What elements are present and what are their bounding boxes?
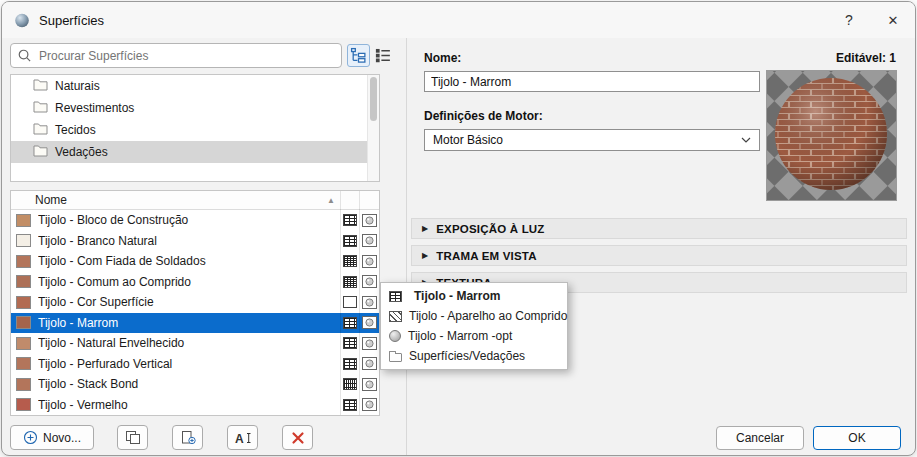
search-input[interactable] <box>10 43 342 68</box>
delete-x-icon <box>291 431 305 445</box>
table-header[interactable]: Nome ▲ <box>11 191 379 210</box>
tooltip-item: Superfícies/Vedações <box>381 346 567 366</box>
folder-icon <box>33 100 48 116</box>
tooltip-label: Tijolo - Marrom -opt <box>408 329 512 343</box>
fill-pattern-icon[interactable] <box>343 358 357 370</box>
surface-name: Tijolo - Comum ao Comprido <box>38 275 343 289</box>
cancel-button[interactable]: Cancelar <box>716 426 804 450</box>
svg-text:A: A <box>235 431 244 445</box>
surface-row[interactable]: Tijolo - Cor Superfície <box>11 292 379 313</box>
new-button[interactable]: Novo... <box>10 425 94 450</box>
engine-select[interactable]: Motor Básico <box>424 129 760 151</box>
render-preview-icon[interactable] <box>362 255 377 268</box>
titlebar: Superfícies ? ✕ <box>2 2 915 38</box>
help-button[interactable]: ? <box>827 2 871 38</box>
folder-label: Revestimentos <box>55 101 134 115</box>
surface-row[interactable]: Tijolo - Natural Envelhecido <box>11 333 379 354</box>
close-button[interactable]: ✕ <box>871 2 915 38</box>
render-preview-icon[interactable] <box>362 234 377 247</box>
surface-row[interactable]: Tijolo - Branco Natural <box>11 231 379 252</box>
sheet-plus-icon <box>180 430 196 445</box>
folder-item[interactable]: Naturais <box>11 75 379 97</box>
surface-name-input[interactable] <box>424 71 760 92</box>
section-header[interactable]: ▶ EXPOSIÇÃO À LUZ <box>411 218 907 239</box>
fill-pattern-icon[interactable] <box>343 255 357 267</box>
surface-row[interactable]: Tijolo - Perfurado Vertical <box>11 354 379 375</box>
collapsed-triangle-icon: ▶ <box>422 251 428 260</box>
folder-icon <box>33 122 48 138</box>
surface-color-swatch <box>16 337 31 350</box>
new-from-selection-button[interactable] <box>172 425 203 450</box>
chevron-down-icon <box>741 137 751 143</box>
surface-row[interactable]: Tijolo - Bloco de Construção <box>11 210 379 231</box>
window-title: Superfícies <box>39 13 104 28</box>
folder-tree: Naturais Revestimentos Tecidos <box>10 74 380 182</box>
folder-item[interactable]: Vedações <box>11 141 379 163</box>
name-column-header[interactable]: Nome <box>35 193 67 207</box>
surfaces-app-icon <box>14 12 30 28</box>
column-separator <box>340 191 341 415</box>
render-preview-icon[interactable] <box>362 275 377 288</box>
surface-name: Tijolo - Marrom <box>38 316 343 330</box>
surface-color-swatch <box>16 234 31 247</box>
surface-color-swatch <box>16 255 31 268</box>
render-preview-icon[interactable] <box>362 378 377 391</box>
folder-icon <box>33 78 48 94</box>
surface-row[interactable]: Tijolo - Com Fiada de Soldados <box>11 251 379 272</box>
collapsed-triangle-icon: ▶ <box>422 224 428 233</box>
material-preview <box>766 70 897 201</box>
surface-name: Tijolo - Bloco de Construção <box>38 213 343 227</box>
tooltip-label: Tijolo - Aparelho ao Comprido <box>409 309 567 323</box>
tree-scrollbar[interactable] <box>367 75 379 181</box>
render-preview-icon[interactable] <box>362 214 377 227</box>
fill-pattern-icon[interactable] <box>343 317 357 329</box>
folder-label: Naturais <box>55 79 100 93</box>
fill-pattern-icon[interactable] <box>343 276 357 288</box>
search-box <box>10 43 342 68</box>
fill-pattern-icon[interactable] <box>343 235 357 247</box>
render-preview-icon[interactable] <box>362 296 377 309</box>
tree-view-button[interactable] <box>347 44 370 67</box>
surface-color-swatch <box>16 316 31 329</box>
engine-value: Motor Básico <box>433 133 503 147</box>
ok-button[interactable]: OK <box>813 426 901 450</box>
tooltip-icon <box>389 330 401 342</box>
surface-name: Tijolo - Com Fiada de Soldados <box>38 254 343 268</box>
fill-pattern-icon[interactable] <box>343 378 357 390</box>
tooltip-item: Tijolo - Marrom <box>381 286 567 306</box>
surface-row[interactable]: Tijolo - Comum ao Comprido <box>11 272 379 293</box>
render-preview-icon[interactable] <box>362 316 377 329</box>
render-preview-icon[interactable] <box>362 357 377 370</box>
delete-button[interactable] <box>282 425 313 450</box>
fill-pattern-icon[interactable] <box>343 214 357 226</box>
rename-button[interactable]: A <box>227 425 258 450</box>
fill-pattern-icon[interactable] <box>343 399 357 411</box>
surface-color-swatch <box>16 357 31 370</box>
folder-item[interactable]: Tecidos <box>11 119 379 141</box>
render-preview-icon[interactable] <box>362 398 377 411</box>
surface-toolbar: Novo... A <box>2 425 406 451</box>
fill-pattern-icon[interactable] <box>343 337 357 349</box>
scrollbar-thumb[interactable] <box>370 77 377 121</box>
surface-row[interactable]: Tijolo - Stack Bond <box>11 374 379 395</box>
folder-item[interactable]: Revestimentos <box>11 97 379 119</box>
table-body: Tijolo - Bloco de Construção Tijolo - Br… <box>11 210 379 415</box>
surface-info-tooltip: Tijolo - Marrom Tijolo - Aparelho ao Com… <box>380 282 568 370</box>
surface-row[interactable]: Tijolo - Vermelho <box>11 395 379 416</box>
list-view-button[interactable] <box>372 44 395 67</box>
tooltip-icon <box>389 311 402 322</box>
folder-icon <box>33 144 48 160</box>
section-label: EXPOSIÇÃO À LUZ <box>436 223 544 235</box>
tooltip-icon <box>389 353 402 362</box>
surface-color-swatch <box>16 398 31 411</box>
surface-name: Tijolo - Branco Natural <box>38 234 343 248</box>
duplicate-button[interactable] <box>117 425 148 450</box>
surface-row[interactable]: Tijolo - Marrom <box>11 313 379 334</box>
tooltip-label: Tijolo - Marrom <box>414 289 500 303</box>
surface-color-swatch <box>16 296 31 309</box>
fill-pattern-icon[interactable] <box>343 296 357 308</box>
sort-ascending-icon[interactable]: ▲ <box>327 196 335 205</box>
settings-panel: Nome: Editável: 1 Definições de Motor: M… <box>406 38 915 455</box>
section-header[interactable]: ▶ TRAMA EM VISTA <box>411 245 907 266</box>
render-preview-icon[interactable] <box>362 337 377 350</box>
